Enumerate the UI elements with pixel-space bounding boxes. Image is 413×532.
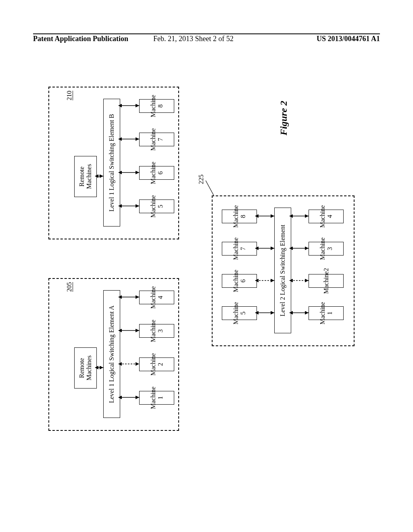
m8-label: Machine 8 [150, 95, 164, 117]
header-right: US 2013/0044761 A1 [317, 35, 380, 43]
m4b-label: Machine 4 [319, 205, 334, 228]
m1-label: Machine 1 [150, 387, 164, 409]
machine-5b: Machine 5 [222, 306, 257, 320]
machine-1b: Machine 1 [309, 306, 344, 320]
svg-line-18 [206, 181, 214, 195]
machine-2b: Machine2 [309, 274, 344, 288]
lse-2: Level 2 Logical Switching Element [274, 208, 291, 333]
m5b-label: Machine 5 [232, 302, 247, 324]
machine-4b: Machine 4 [309, 210, 344, 223]
m7b-label: Machine 7 [232, 237, 247, 260]
ref-225: 225 [198, 175, 205, 184]
machine-6b: Machine 6 [222, 274, 257, 288]
m8b-label: Machine 8 [232, 205, 247, 228]
ref-210: 210 [66, 91, 73, 100]
machine-7: Machine 7 [139, 133, 174, 146]
machine-3b: Machine 3 [309, 242, 344, 256]
header-mid: Feb. 21, 2013 Sheet 2 of 52 [153, 35, 234, 43]
m3-label: Machine 3 [150, 320, 164, 342]
m3b-label: Machine 3 [319, 237, 334, 260]
lse-a-label: Level 1 Logical Switching Element A [108, 305, 115, 403]
header-left: Patent Application Publication [33, 35, 128, 43]
lse-b-label: Level 1 Logical Switching Element B [108, 114, 115, 211]
machine-8b: Machine 8 [222, 210, 257, 223]
m1b-label: Machine 1 [319, 302, 334, 324]
machine-6: Machine 6 [139, 166, 174, 180]
machine-7b: Machine 7 [222, 242, 257, 256]
machine-8: Machine 8 [139, 99, 174, 113]
ref-205: 205 [66, 282, 73, 292]
m6-label: Machine 6 [150, 162, 164, 184]
figure-label: Figure 2 [278, 101, 289, 135]
m7-label: Machine 7 [150, 128, 164, 151]
m4-label: Machine 4 [150, 286, 164, 309]
m2b-label: Machine2 [323, 268, 330, 294]
lse-b: Level 1 Logical Switching Element B [103, 99, 120, 227]
remote-b-label: Remote Machines [78, 164, 93, 189]
machine-3: Machine 3 [139, 324, 174, 338]
m2-label: Machine 2 [150, 353, 164, 376]
lse-a: Level 1 Logical Switching Element A [103, 290, 120, 418]
figure-area: 205 Remote Machines Level 1 Logical Swit… [48, 77, 363, 439]
machine-5: Machine 5 [139, 200, 174, 213]
machine-4: Machine 4 [139, 291, 174, 304]
m6b-label: Machine 6 [232, 270, 247, 292]
machine-2: Machine 2 [139, 357, 174, 371]
header-rule [33, 33, 380, 34]
remote-machines-b: Remote Machines [74, 156, 97, 197]
lse-2-label: Level 2 Logical Switching Element [279, 224, 286, 316]
m5-label: Machine 5 [150, 195, 164, 218]
remote-machines-a: Remote Machines [74, 347, 97, 389]
remote-a-label: Remote Machines [78, 355, 93, 380]
machine-1: Machine 1 [139, 391, 174, 405]
